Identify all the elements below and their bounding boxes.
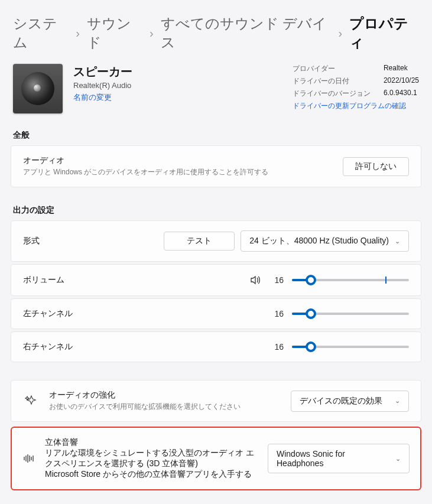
driver-version-value: 6.0.9430.1 bbox=[384, 89, 419, 99]
left-channel-card: 左チャンネル 16 bbox=[11, 298, 421, 329]
chevron-down-icon: ⌄ bbox=[395, 397, 400, 405]
left-channel-slider[interactable] bbox=[292, 313, 409, 315]
provider-value: Realtek bbox=[384, 64, 419, 74]
spatial-desc: リアルな環境をシミュレートする没入型のオーディオ エクスペリエンスを選択する (… bbox=[45, 448, 258, 469]
breadcrumb: システム › サウンド › すべてのサウンド デバイス › プロパティ bbox=[0, 0, 432, 64]
spatial-sound-card: 立体音響 リアルな環境をシミュレートする没入型のオーディオ エクスペリエンスを選… bbox=[11, 427, 421, 490]
chevron-right-icon: › bbox=[76, 27, 80, 40]
crumb-sound[interactable]: サウンド bbox=[87, 14, 142, 52]
device-subtitle: Realtek(R) Audio bbox=[73, 81, 282, 90]
chevron-down-icon: ⌄ bbox=[395, 238, 400, 245]
right-channel-label: 右チャンネル bbox=[23, 342, 260, 352]
spatial-sound-icon bbox=[22, 452, 35, 465]
driver-version-label: ドライバーのバージョン bbox=[293, 89, 371, 99]
chevron-right-icon: › bbox=[150, 27, 154, 40]
driver-date-value: 2022/10/25 bbox=[384, 76, 419, 86]
crumb-properties: プロパティ bbox=[349, 14, 419, 52]
enhancement-value: デバイスの既定の効果 bbox=[300, 396, 382, 407]
crumb-all-devices[interactable]: すべてのサウンド デバイス bbox=[161, 14, 332, 52]
section-output-heading: 出力の設定 bbox=[0, 205, 432, 220]
right-channel-card: 右チャンネル 16 bbox=[11, 331, 421, 362]
enhancement-dropdown[interactable]: デバイスの既定の効果 ⌄ bbox=[291, 391, 409, 412]
volume-slider[interactable] bbox=[292, 279, 409, 281]
volume-card: ボリューム 16 bbox=[11, 264, 421, 296]
enhancement-desc: お使いのデバイスで利用可能な拡張機能を選択してください bbox=[49, 402, 281, 412]
provider-label: プロバイダー bbox=[293, 64, 371, 74]
volume-value: 16 bbox=[269, 275, 284, 285]
chevron-down-icon: ⌄ bbox=[395, 455, 401, 463]
device-info: プロバイダー Realtek ドライバーの日付 2022/10/25 ドライバー… bbox=[293, 64, 419, 111]
driver-update-link[interactable]: ドライバーの更新プログラムの確認 bbox=[293, 101, 419, 111]
driver-date-label: ドライバーの日付 bbox=[293, 76, 371, 86]
speaker-icon bbox=[13, 64, 63, 113]
enhancement-title: オーディオの強化 bbox=[49, 390, 281, 401]
section-general-heading: 全般 bbox=[0, 130, 432, 145]
rename-link[interactable]: 名前の変更 bbox=[73, 92, 282, 103]
audio-enhancement-card: オーディオの強化 お使いのデバイスで利用可能な拡張機能を選択してください デバイ… bbox=[11, 380, 421, 422]
test-button[interactable]: テスト bbox=[164, 232, 235, 251]
disallow-button[interactable]: 許可しない bbox=[343, 157, 409, 176]
device-header: スピーカー Realtek(R) Audio 名前の変更 プロバイダー Real… bbox=[0, 64, 432, 130]
audio-permission-card: オーディオ アプリと Windows がこのデバイスをオーディオ用に使用すること… bbox=[11, 145, 421, 187]
format-value: 24 ビット、48000 Hz (Studio Quality) bbox=[249, 236, 389, 246]
volume-icon[interactable] bbox=[249, 274, 261, 286]
format-label: 形式 bbox=[23, 236, 154, 246]
spatial-store-link[interactable]: Microsoft Store からその他の立体音響アプリを入手する bbox=[45, 469, 252, 479]
right-channel-slider[interactable] bbox=[292, 346, 409, 348]
sparkle-icon bbox=[23, 395, 40, 408]
spatial-value: Windows Sonic for Headphones bbox=[277, 449, 389, 468]
chevron-right-icon: › bbox=[339, 27, 343, 40]
left-channel-value: 16 bbox=[269, 309, 284, 318]
left-channel-label: 左チャンネル bbox=[23, 308, 260, 319]
volume-label: ボリューム bbox=[23, 275, 240, 285]
crumb-system[interactable]: システム bbox=[13, 14, 69, 52]
format-dropdown[interactable]: 24 ビット、48000 Hz (Studio Quality) ⌄ bbox=[241, 230, 409, 252]
right-channel-value: 16 bbox=[269, 342, 284, 352]
audio-desc: アプリと Windows がこのデバイスをオーディオ用に使用することを許可する bbox=[23, 167, 333, 177]
spatial-dropdown[interactable]: Windows Sonic for Headphones ⌄ bbox=[268, 444, 410, 473]
device-name: スピーカー bbox=[73, 64, 282, 80]
format-card: 形式 テスト 24 ビット、48000 Hz (Studio Quality) … bbox=[11, 220, 421, 262]
spatial-title: 立体音響 bbox=[45, 437, 258, 448]
audio-title: オーディオ bbox=[23, 155, 333, 166]
